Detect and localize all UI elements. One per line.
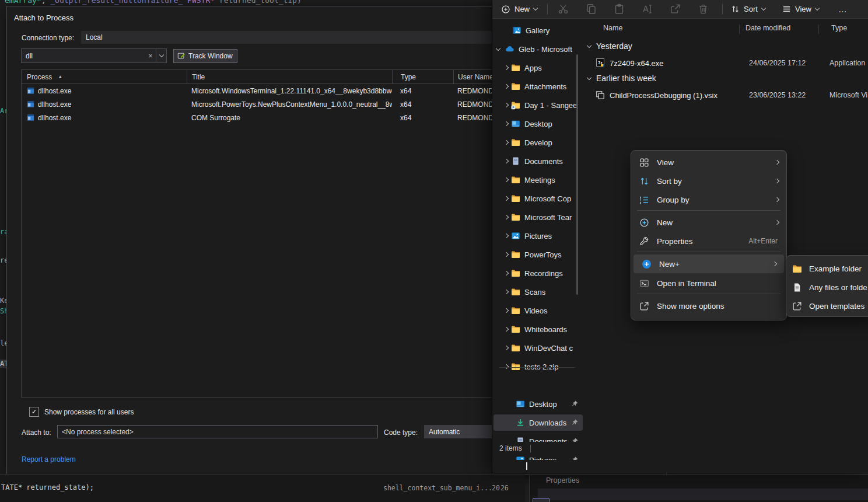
sidebar-item-onedrive[interactable]: Gleb - Microsoft [494,41,583,57]
menu-item-show-more-options[interactable]: Show more options [631,297,786,315]
tree-item-label: WinDevChat c [524,344,573,353]
report-a-problem-link[interactable]: Report a problem [22,455,76,463]
sidebar-item-downloads-pinned[interactable]: Downloads [494,414,583,431]
pictures-icon [516,455,525,460]
process-name: dllhost.exe [38,100,71,109]
sidebar-item-microsoft-tear[interactable]: Microsoft Tear [494,209,583,225]
pin-icon [571,419,579,426]
tree-scrollbar[interactable] [576,54,578,295]
column-divider[interactable] [818,25,819,34]
chevron-right-icon [504,103,509,107]
chevron-down-icon [496,46,501,50]
column-header-process[interactable]: Process ▲ [22,73,187,81]
menu-item-open-in-terminal[interactable]: Open in Terminal [631,274,786,292]
process-icon [27,87,34,95]
folder-icon [511,287,520,297]
sort-button-label: Sort [744,5,758,13]
sidebar-item-develop[interactable]: Develop [494,134,583,151]
file-row[interactable]: 7z 7z2409-x64.exe 24/06/2025 17:12 Appli… [584,55,868,71]
status-divider [530,445,531,452]
sidebar-item-videos[interactable]: Videos [494,302,583,319]
sidebar-item-attachments[interactable]: Attachments [494,78,583,95]
cut-icon[interactable] [558,4,569,15]
tree-item-label: Attachments [524,82,566,91]
menu-item-view[interactable]: View [631,153,786,172]
sidebar-item-tests-zip[interactable]: tests 2.zip [494,358,583,375]
column-header-title[interactable]: Title [187,70,392,83]
sidebar-item-meetings[interactable]: Meetings [494,172,583,188]
copy-icon[interactable] [586,4,597,15]
submenu-item-example-folder[interactable]: Example folder [786,259,868,278]
clear-filter-icon[interactable]: × [145,52,156,60]
sidebar-item-day1[interactable]: Day 1 - Sangee [494,97,583,113]
sidebar-item-scans[interactable]: Scans [494,284,583,300]
attach-to-field[interactable]: <No process selected> [57,425,378,438]
7zip-file-icon: 7z [596,58,604,67]
chevron-right-icon [504,140,509,145]
sidebar-item-desktop-pinned[interactable]: Desktop [494,396,583,412]
focused-control[interactable] [533,498,550,502]
share-icon[interactable] [670,4,681,15]
chevron-right-icon [504,121,509,126]
process-icon [27,114,34,121]
sort-icon [731,5,740,13]
process-filter-input[interactable]: dll × [21,48,167,63]
checkbox-checked-icon[interactable]: ✓ [29,407,39,417]
sidebar-item-documents[interactable]: Documents [494,153,583,169]
plus-circle-icon [501,5,510,14]
filter-dropdown-button[interactable] [156,49,166,62]
submenu-item-any-files[interactable]: Any files or folde [786,278,868,297]
menu-item-new[interactable]: New [631,213,786,232]
menu-item-group-by[interactable]: Group by [631,190,786,209]
column-header-date[interactable]: Date modified [746,24,790,32]
sidebar-item-gallery[interactable]: Gallery [494,22,583,39]
group-header-earlier-this-week[interactable]: Earlier this week [587,74,656,83]
menu-item-properties[interactable]: Properties Alt+Enter [631,232,786,250]
submenu-item-open-templates[interactable]: Open templates [786,297,868,315]
group-header-yesterday[interactable]: Yesterday [587,41,632,51]
column-header-name[interactable]: Name [603,24,622,32]
sidebar-item-whiteboards[interactable]: Whiteboards [494,321,583,337]
pictures-icon [511,231,520,240]
paste-icon[interactable] [614,4,625,15]
filter-value: dll [22,52,145,60]
tree-item-label: Scans [524,288,545,297]
folder-icon [511,269,520,278]
tree-item-label: Gleb - Microsoft [519,45,572,54]
track-window-button[interactable]: Track Window [173,49,237,63]
new-button[interactable]: New [496,2,542,16]
sidebar-item-powertoys[interactable]: PowerToys [494,246,583,263]
file-row[interactable]: ChildProcessDebugging (1).vsix 23/06/202… [584,88,868,103]
sort-button[interactable]: Sort [726,2,771,16]
show-all-users-checkbox-row[interactable]: ✓ Show processes for all users [29,407,134,417]
menu-divider [637,210,780,211]
sidebar-item-apps[interactable]: Apps [494,60,583,76]
explorer-command-bar: New Sort [492,0,868,19]
sidebar-item-desktop[interactable]: Desktop [494,116,583,132]
sidebar-item-recordings[interactable]: Recordings [494,265,583,281]
view-button[interactable]: View [777,2,824,16]
folder-icon [511,175,520,184]
tree-item-label: Develop [524,138,552,147]
chevron-right-icon [504,196,509,201]
rename-icon[interactable] [642,4,653,15]
column-divider[interactable] [739,25,740,34]
new-plus-submenu: Example folder Any files or folde Open t… [786,255,868,317]
menu-item-new-plus[interactable]: New+ [634,255,784,273]
column-header-type[interactable]: Type [392,70,453,83]
delete-icon[interactable] [698,4,709,15]
tree-item-label: Day 1 - Sangee [524,101,577,110]
wrench-icon [639,236,649,246]
see-more-button[interactable]: … [833,2,853,16]
sidebar-item-windevchat[interactable]: WinDevChat c [494,340,583,356]
column-header-type[interactable]: Type [831,24,847,32]
tree-item-label: Documents [524,157,563,166]
process-type: x64 [392,111,453,124]
sidebar-item-pictures[interactable]: Pictures [494,228,583,244]
symbol-name[interactable]: shell_context_sub_menu_i... [383,484,492,492]
menu-item-sort-by[interactable]: Sort by [631,172,786,190]
sidebar-item-microsoft-cop[interactable]: Microsoft Cop [494,190,583,207]
properties-panel-title: Properties [546,476,579,484]
symbol-breadcrumb[interactable]: shell_context_sub_menu_i... 26 [383,484,509,492]
code-line: TATE* returned_state); [1,483,94,491]
